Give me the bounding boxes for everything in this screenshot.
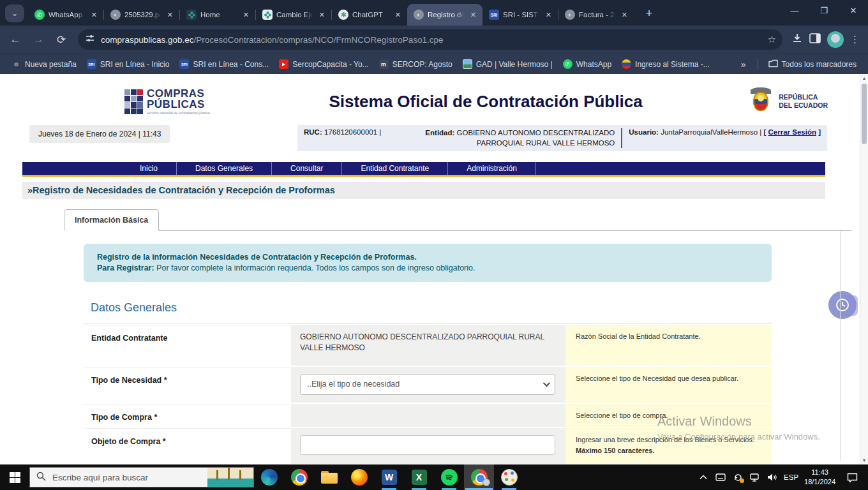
nav-item-datos-generales[interactable]: Datos Generales: [177, 162, 272, 175]
extension-clock-badge[interactable]: [828, 291, 858, 320]
compras-publicas-logo[interactable]: COMPRAS PÚBLICAS servicio nacional de co…: [124, 88, 284, 115]
profile-avatar[interactable]: [827, 31, 844, 48]
tab-cambio[interactable]: Cambio Ejer ✕: [256, 4, 331, 26]
forward-button[interactable]: →: [28, 29, 49, 50]
bookmark-sri-inicio[interactable]: SRISRI en Línea - Inicio: [82, 57, 175, 71]
site-settings-icon[interactable]: [86, 34, 94, 45]
table-row: Tipo de Compra * Seleccione el tipo de c…: [84, 404, 772, 427]
session-row: Jueves 18 de Enero de 2024 | 11:43 RUC: …: [0, 125, 860, 151]
scrollbar-thumb[interactable]: [862, 84, 867, 144]
side-panel-icon[interactable]: [809, 33, 821, 46]
tab-close-icon[interactable]: ✕: [393, 10, 403, 20]
firefox-icon: [351, 469, 368, 486]
taskbar-search[interactable]: [29, 467, 254, 487]
tab-home[interactable]: Home ✕: [180, 4, 255, 26]
bookmark-sercopcapacita[interactable]: SercopCapacita - Yo...: [274, 57, 373, 71]
taskbar-file-explorer[interactable]: [314, 464, 344, 490]
field-label-entidad: Entidad Contratante: [84, 325, 291, 366]
taskbar-word[interactable]: W: [374, 464, 404, 490]
tab-sri[interactable]: SRI SRI - SISTEM ✕: [483, 4, 558, 26]
nav-item-consultar[interactable]: Consultar: [272, 162, 342, 175]
volume-icon[interactable]: [767, 473, 778, 482]
browser-menu-icon[interactable]: ⋮: [850, 34, 860, 45]
field-help-bold: Máximo 150 caracteres.: [576, 447, 655, 454]
tab-close-icon[interactable]: ✕: [165, 10, 176, 20]
tray-date: 18/1/2024: [804, 478, 835, 486]
close-window-button[interactable]: ✕: [839, 0, 868, 20]
tab-close-icon[interactable]: ✕: [468, 10, 479, 20]
republic-line2: DEL ECUADOR: [779, 101, 828, 110]
window-controls: — ❐ ✕: [780, 0, 868, 20]
reload-button[interactable]: ⟳: [51, 29, 71, 50]
nav-item-entidad-contratante[interactable]: Entidad Contratante: [342, 162, 448, 175]
tab-close-icon[interactable]: ✕: [317, 10, 327, 20]
scroll-up-icon[interactable]: ▲: [860, 76, 868, 80]
tab-search-button[interactable]: ⌄: [5, 4, 24, 22]
logo-tagline: servicio nacional de contratación públic…: [147, 112, 210, 115]
minimize-button[interactable]: —: [780, 0, 809, 20]
bookmark-gad-valle-hermoso[interactable]: GAD | Valle Hermoso |: [458, 57, 558, 71]
logo-mosaic: [124, 89, 143, 114]
windows-update-icon[interactable]: [732, 473, 744, 482]
download-icon[interactable]: [791, 33, 803, 47]
bookmark-ingreso-sistema[interactable]: Ingreso al Sistema -...: [617, 57, 715, 71]
nav-item-inicio[interactable]: Inicio: [121, 162, 177, 175]
tab-close-icon[interactable]: ✕: [619, 10, 630, 20]
taskbar-paint[interactable]: [494, 464, 524, 490]
bookmark-label: SERCOP: Agosto: [393, 60, 453, 69]
tab-pdf[interactable]: ◐ 2505329.pdf ✕: [104, 4, 179, 26]
taskbar-chrome[interactable]: [284, 464, 314, 490]
table-row: Tipo de Necesidad * ..Elija el tipo de n…: [84, 367, 772, 403]
taskbar-excel[interactable]: X: [404, 464, 434, 490]
clock[interactable]: 11:4318/1/2024: [804, 468, 835, 487]
start-button[interactable]: [0, 464, 29, 490]
taskbar-chrome-active[interactable]: [464, 464, 494, 490]
search-highlight-artwork[interactable]: [207, 468, 253, 487]
update-badge: [740, 479, 744, 483]
tab-close-icon[interactable]: ✕: [89, 10, 100, 20]
taskbar-edge[interactable]: [254, 464, 284, 490]
bookmarks-divider: [758, 59, 758, 70]
table-row: Entidad Contratante GOBIERNO AUTONOMO DE…: [84, 325, 772, 366]
tab-strip: ⌄ ✆ WhatsApp ✕ ◐ 2505329.pdf ✕ Home ✕ Ca…: [0, 0, 868, 26]
toolbar-actions: ⋮: [789, 31, 863, 48]
bookmark-sercop-agosto[interactable]: mSERCOP: Agosto: [374, 57, 458, 71]
back-button[interactable]: ←: [5, 29, 26, 50]
notification-center-icon[interactable]: [841, 473, 863, 482]
tray-expand-icon[interactable]: [698, 475, 709, 480]
logout-link[interactable]: Cerrar Sesión: [768, 128, 816, 136]
tipo-necesidad-select[interactable]: ..Elija el tipo de necesidad: [300, 374, 555, 395]
taskbar-firefox[interactable]: [344, 464, 374, 490]
touch-keyboard-icon[interactable]: [715, 473, 726, 481]
field-label-objeto-compra: Objeto de Compra *: [84, 428, 291, 464]
bookmark-whatsapp[interactable]: ✆WhatsApp: [558, 57, 617, 71]
maximize-button[interactable]: ❐: [809, 0, 839, 20]
bookmark-label: Todos los marcadores: [782, 60, 857, 69]
tab-whatsapp[interactable]: ✆ WhatsApp ✕: [28, 4, 103, 26]
tab-close-icon[interactable]: ✕: [543, 10, 554, 20]
tab-chatgpt[interactable]: ✱ ChatGPT ✕: [332, 4, 407, 26]
all-bookmarks-button[interactable]: Todos los marcadores: [763, 57, 862, 72]
page-scrollbar[interactable]: ▲ ▼: [860, 74, 868, 464]
taskbar-spotify[interactable]: [434, 464, 464, 490]
language-indicator[interactable]: ESP: [784, 473, 798, 481]
tab-registro-active[interactable]: ◐ Registro de I ✕: [407, 4, 483, 26]
windows-logo-icon: [10, 472, 20, 483]
select-value: ..Elija el tipo de necesidad: [307, 379, 400, 390]
bookmarks-overflow-icon[interactable]: »: [735, 59, 752, 70]
bookmark-nueva-pestana[interactable]: ◍Nueva pestaña: [6, 57, 82, 71]
network-icon[interactable]: [749, 473, 761, 482]
new-tab-button[interactable]: +: [640, 4, 658, 22]
objeto-compra-input[interactable]: [300, 435, 555, 455]
url-path: /ProcesoContratacion/compras/NCO/FrmNCOR…: [194, 35, 444, 45]
tab-close-icon[interactable]: ✕: [241, 10, 251, 20]
bookmark-star-icon[interactable]: ☆: [768, 34, 776, 45]
tab-title: ChatGPT: [352, 11, 389, 19]
site-header: COMPRAS PÚBLICAS servicio nacional de co…: [0, 74, 860, 125]
bookmark-sri-consultas[interactable]: SRISRI en Línea - Cons...: [174, 57, 274, 71]
tab-informacion-basica[interactable]: Información Básica: [64, 209, 159, 231]
address-bar[interactable]: compraspublicas.gob.ec/ProcesoContrataci…: [78, 29, 782, 50]
scroll-down-icon[interactable]: ▼: [860, 458, 868, 463]
tab-factura[interactable]: ◐ Factura - 202 ✕: [558, 4, 634, 26]
nav-item-administracion[interactable]: Administración: [448, 162, 536, 175]
